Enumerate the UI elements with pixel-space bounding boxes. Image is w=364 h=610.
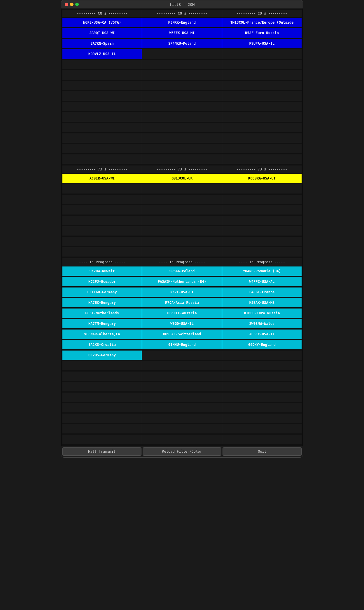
73-col-1: AC9IR-USA-WI (62, 174, 142, 257)
list-item[interactable]: W9GD-USA-IL (142, 319, 222, 328)
list-item-empty (222, 49, 302, 59)
list-item-empty (62, 237, 142, 246)
list-item-empty (62, 216, 142, 225)
list-item-empty (142, 205, 222, 215)
list-item-empty (222, 123, 302, 132)
cq-section: --------- CQ's --------- --------- CQ's … (62, 10, 302, 164)
list-item-empty (62, 372, 142, 381)
list-item[interactable]: PA3AIM-Netherlands (B4) (142, 277, 222, 286)
cq-col-2: M3MXK-England W8EEK-USA-MI SP4NKU-Poland (142, 18, 222, 164)
list-item-empty (142, 216, 222, 225)
list-item[interactable]: KC0BRA-USA-UT (222, 174, 302, 183)
list-item-empty (142, 435, 222, 444)
list-item[interactable]: AB9QT-USA-WI (62, 28, 142, 38)
list-item[interactable]: R7CA-Asia Russia (142, 298, 222, 307)
inprogress-section: ---- In Progress ----- ---- In Progress … (62, 258, 302, 445)
73-header-1: --------- 73's --------- (62, 165, 142, 173)
list-item[interactable]: F4JGI-France (222, 287, 302, 297)
list-item-empty (62, 195, 142, 204)
73-col-3: KC0BRA-USA-UT (222, 174, 302, 257)
list-item-empty (62, 91, 142, 101)
list-item[interactable]: HA7EC-Hungary (62, 298, 142, 307)
list-item[interactable]: SP4NKU-Poland (142, 39, 222, 48)
list-item[interactable]: AC9IR-USA-WI (62, 174, 142, 183)
list-item-empty (62, 424, 142, 433)
list-item[interactable]: 9K2OW-Kuwait (62, 266, 142, 276)
list-item[interactable]: TM13COL-France/Europe (Outside (222, 18, 302, 27)
list-item-empty (142, 144, 222, 153)
73-header-3: --------- 73's --------- (222, 165, 302, 173)
list-item-empty (142, 382, 222, 391)
list-item-empty (142, 424, 222, 433)
titlebar: filt8 - 20M (61, 0, 303, 8)
list-item-empty (222, 372, 302, 381)
cq-col-1: N6PE-USA-CA (VOTA) AB9QT-USA-WI EA7KN-Sp… (62, 18, 142, 164)
halt-transmit-button[interactable]: Halt Transmit (62, 447, 141, 456)
list-item[interactable]: R1BEO-Euro Russia (222, 309, 302, 318)
list-item[interactable]: K9UFA-USA-IL (222, 39, 302, 48)
list-item[interactable]: W4PPC-USA-AL (222, 277, 302, 286)
quit-button[interactable]: Quit (223, 447, 302, 456)
list-item-empty (62, 102, 142, 111)
list-item-empty (222, 424, 302, 433)
list-item-empty (222, 184, 302, 194)
list-item[interactable]: NK7C-USA-UT (142, 287, 222, 297)
list-item-empty (142, 361, 222, 370)
list-item[interactable]: W8EEK-USA-MI (142, 28, 222, 38)
list-item-empty (62, 247, 142, 257)
list-item[interactable]: R5AF-Euro Russia (222, 28, 302, 38)
list-item-empty (222, 216, 302, 225)
list-item[interactable]: M3MXK-England (142, 18, 222, 27)
list-item[interactable]: HB9CAL-Switzerland (142, 330, 222, 339)
cq-header-1: --------- CQ's --------- (62, 10, 142, 17)
cq-header-2: --------- CQ's --------- (142, 10, 222, 17)
list-item-empty (222, 414, 302, 423)
list-item[interactable]: GB13COL-UK (142, 174, 222, 183)
list-item[interactable]: OE8CXC-Austria (142, 309, 222, 318)
list-item-empty (222, 60, 302, 69)
list-item[interactable]: K5BAK-USA-MS (222, 298, 302, 307)
list-item[interactable]: HA7TM-Hungary (62, 319, 142, 328)
list-item[interactable]: VE6NAR-Alberta,CA (62, 330, 142, 339)
list-item[interactable]: DL2BS-Germany (62, 351, 142, 360)
list-item[interactable]: KD9VLZ-USA-IL (62, 49, 142, 59)
list-item-empty (222, 144, 302, 153)
list-item-empty (62, 81, 142, 90)
list-item[interactable]: YO4NF-Romania (B4) (222, 266, 302, 276)
list-item[interactable]: N6PE-USA-CA (VOTA) (62, 18, 142, 27)
cq-col-3: TM13COL-France/Europe (Outside R5AF-Euro… (222, 18, 302, 164)
list-item-empty (222, 361, 302, 370)
list-item-empty (62, 60, 142, 69)
list-item[interactable]: G6DXY-England (222, 340, 302, 349)
list-item[interactable]: 9A2KS-Croatia (62, 340, 142, 349)
list-item[interactable]: G1MHU-England (142, 340, 222, 349)
list-item-empty (142, 237, 222, 246)
list-item-empty (222, 91, 302, 101)
73-header-2: --------- 73's --------- (142, 165, 222, 173)
list-item-empty (222, 70, 302, 80)
list-item-empty (222, 393, 302, 402)
list-item[interactable]: EA7KN-Spain (62, 39, 142, 48)
list-item-empty (142, 70, 222, 80)
list-item-empty (222, 133, 302, 143)
reload-filter-button[interactable]: Reload Filter/Color (143, 447, 222, 456)
list-item-empty (222, 195, 302, 204)
list-item[interactable]: 2W0SNW-Wales (222, 319, 302, 328)
list-item-empty (222, 112, 302, 122)
maximize-button[interactable] (75, 3, 79, 6)
73-col-2: GB13COL-UK (142, 174, 222, 257)
list-item[interactable]: PD3T-Netherlands (62, 309, 142, 318)
minimize-button[interactable] (70, 3, 74, 6)
list-item-empty (142, 112, 222, 122)
list-item-empty (62, 382, 142, 391)
list-item-empty (222, 154, 302, 164)
list-item-empty (142, 60, 222, 69)
list-item-empty (62, 133, 142, 143)
list-item[interactable]: DL1IGB-Germany (62, 287, 142, 297)
close-button[interactable] (65, 3, 68, 6)
list-item-empty (222, 81, 302, 90)
list-item[interactable]: SP5AA-Poland (142, 266, 222, 276)
list-item-empty (142, 414, 222, 423)
list-item[interactable]: HC2FJ-Ecuador (62, 277, 142, 286)
list-item[interactable]: AE5FY-USA-TX (222, 330, 302, 339)
